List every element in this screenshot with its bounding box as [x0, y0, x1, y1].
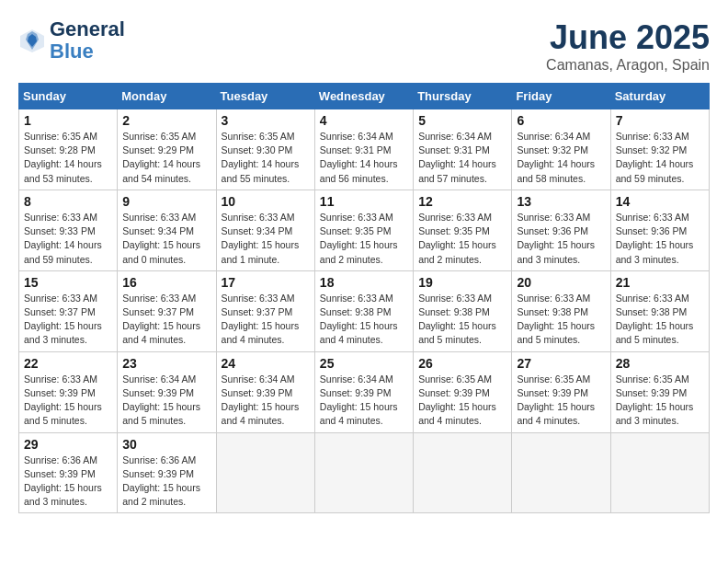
day-info: Sunrise: 6:33 AM Sunset: 9:38 PM Dayligh…: [616, 292, 704, 348]
calendar-cell: 24Sunrise: 6:34 AM Sunset: 9:39 PM Dayli…: [216, 351, 314, 432]
day-number: 6: [517, 113, 605, 128]
day-number: 22: [24, 356, 112, 371]
calendar-cell: 27Sunrise: 6:35 AM Sunset: 9:39 PM Dayli…: [512, 351, 610, 432]
calendar-cell: [610, 432, 709, 513]
calendar-cell: 28Sunrise: 6:35 AM Sunset: 9:39 PM Dayli…: [610, 351, 709, 432]
day-number: 27: [517, 356, 605, 371]
calendar-cell: 16Sunrise: 6:33 AM Sunset: 9:37 PM Dayli…: [118, 270, 216, 351]
calendar-cell: 15Sunrise: 6:33 AM Sunset: 9:37 PM Dayli…: [19, 270, 118, 351]
calendar-week-2: 8Sunrise: 6:33 AM Sunset: 9:33 PM Daylig…: [19, 190, 710, 270]
day-info: Sunrise: 6:36 AM Sunset: 9:39 PM Dayligh…: [24, 454, 112, 510]
day-number: 29: [24, 437, 112, 452]
calendar-cell: 11Sunrise: 6:33 AM Sunset: 9:35 PM Dayli…: [314, 190, 413, 270]
calendar-cell: 13Sunrise: 6:33 AM Sunset: 9:36 PM Dayli…: [512, 190, 610, 270]
calendar-cell: 5Sunrise: 6:34 AM Sunset: 9:31 PM Daylig…: [414, 109, 512, 190]
day-info: Sunrise: 6:33 AM Sunset: 9:37 PM Dayligh…: [24, 292, 112, 348]
calendar-cell: 26Sunrise: 6:35 AM Sunset: 9:39 PM Dayli…: [414, 351, 512, 432]
day-info: Sunrise: 6:33 AM Sunset: 9:35 PM Dayligh…: [320, 211, 408, 267]
calendar-header-row: SundayMondayTuesdayWednesdayThursdayFrid…: [19, 84, 710, 109]
calendar-cell: 30Sunrise: 6:36 AM Sunset: 9:39 PM Dayli…: [118, 432, 216, 513]
calendar-week-4: 22Sunrise: 6:33 AM Sunset: 9:39 PM Dayli…: [19, 351, 710, 432]
day-info: Sunrise: 6:35 AM Sunset: 9:29 PM Dayligh…: [122, 130, 210, 186]
calendar-cell: 21Sunrise: 6:33 AM Sunset: 9:38 PM Dayli…: [610, 270, 709, 351]
day-number: 17: [222, 275, 310, 290]
title-block: June 2025 Camanas, Aragon, Spain: [546, 18, 710, 74]
day-number: 7: [616, 113, 704, 128]
day-number: 8: [24, 194, 112, 209]
calendar-cell: 7Sunrise: 6:33 AM Sunset: 9:32 PM Daylig…: [610, 109, 709, 190]
calendar-cell: 8Sunrise: 6:33 AM Sunset: 9:33 PM Daylig…: [19, 190, 118, 270]
calendar-cell: 29Sunrise: 6:36 AM Sunset: 9:39 PM Dayli…: [19, 432, 118, 513]
calendar-cell: 1Sunrise: 6:35 AM Sunset: 9:28 PM Daylig…: [19, 109, 118, 190]
month-title: June 2025: [546, 18, 710, 57]
day-number: 20: [517, 275, 605, 290]
day-info: Sunrise: 6:34 AM Sunset: 9:39 PM Dayligh…: [320, 373, 408, 429]
day-number: 19: [418, 275, 506, 290]
day-number: 14: [616, 194, 704, 209]
calendar-cell: 22Sunrise: 6:33 AM Sunset: 9:39 PM Dayli…: [19, 351, 118, 432]
calendar-cell: 17Sunrise: 6:33 AM Sunset: 9:37 PM Dayli…: [216, 270, 314, 351]
day-number: 23: [122, 356, 210, 371]
day-info: Sunrise: 6:35 AM Sunset: 9:30 PM Dayligh…: [222, 130, 310, 186]
calendar-cell: 18Sunrise: 6:33 AM Sunset: 9:38 PM Dayli…: [314, 270, 413, 351]
calendar-cell: 4Sunrise: 6:34 AM Sunset: 9:31 PM Daylig…: [314, 109, 413, 190]
calendar-table: SundayMondayTuesdayWednesdayThursdayFrid…: [18, 83, 710, 513]
day-number: 25: [320, 356, 408, 371]
calendar-cell: 9Sunrise: 6:33 AM Sunset: 9:34 PM Daylig…: [118, 190, 216, 270]
day-info: Sunrise: 6:33 AM Sunset: 9:36 PM Dayligh…: [616, 211, 704, 267]
calendar-cell: [512, 432, 610, 513]
calendar-cell: [314, 432, 413, 513]
day-number: 28: [616, 356, 704, 371]
day-info: Sunrise: 6:33 AM Sunset: 9:36 PM Dayligh…: [517, 211, 605, 267]
day-info: Sunrise: 6:35 AM Sunset: 9:39 PM Dayligh…: [616, 373, 704, 429]
day-info: Sunrise: 6:34 AM Sunset: 9:39 PM Dayligh…: [122, 373, 210, 429]
column-header-monday: Monday: [118, 84, 216, 109]
day-info: Sunrise: 6:35 AM Sunset: 9:39 PM Dayligh…: [418, 373, 506, 429]
day-info: Sunrise: 6:34 AM Sunset: 9:32 PM Dayligh…: [517, 130, 605, 186]
day-number: 5: [418, 113, 506, 128]
calendar-cell: 10Sunrise: 6:33 AM Sunset: 9:34 PM Dayli…: [216, 190, 314, 270]
calendar-cell: 6Sunrise: 6:34 AM Sunset: 9:32 PM Daylig…: [512, 109, 610, 190]
calendar-cell: 14Sunrise: 6:33 AM Sunset: 9:36 PM Dayli…: [610, 190, 709, 270]
column-header-friday: Friday: [512, 84, 610, 109]
calendar-cell: 23Sunrise: 6:34 AM Sunset: 9:39 PM Dayli…: [118, 351, 216, 432]
day-number: 11: [320, 194, 408, 209]
page-header: General Blue June 2025 Camanas, Aragon, …: [18, 18, 710, 74]
calendar-week-3: 15Sunrise: 6:33 AM Sunset: 9:37 PM Dayli…: [19, 270, 710, 351]
day-info: Sunrise: 6:33 AM Sunset: 9:37 PM Dayligh…: [122, 292, 210, 348]
column-header-wednesday: Wednesday: [314, 84, 413, 109]
day-number: 4: [320, 113, 408, 128]
logo-line1: General: [50, 18, 125, 40]
day-number: 12: [418, 194, 506, 209]
calendar-cell: [414, 432, 512, 513]
day-number: 30: [122, 437, 210, 452]
day-info: Sunrise: 6:34 AM Sunset: 9:31 PM Dayligh…: [320, 130, 408, 186]
day-number: 18: [320, 275, 408, 290]
column-header-saturday: Saturday: [610, 84, 709, 109]
day-info: Sunrise: 6:33 AM Sunset: 9:35 PM Dayligh…: [418, 211, 506, 267]
logo: General Blue: [18, 18, 125, 63]
day-info: Sunrise: 6:33 AM Sunset: 9:39 PM Dayligh…: [24, 373, 112, 429]
calendar-cell: 2Sunrise: 6:35 AM Sunset: 9:29 PM Daylig…: [118, 109, 216, 190]
day-number: 13: [517, 194, 605, 209]
day-info: Sunrise: 6:33 AM Sunset: 9:34 PM Dayligh…: [122, 211, 210, 267]
logo-icon: [18, 27, 46, 54]
day-info: Sunrise: 6:35 AM Sunset: 9:28 PM Dayligh…: [24, 130, 112, 186]
day-number: 26: [418, 356, 506, 371]
day-info: Sunrise: 6:33 AM Sunset: 9:32 PM Dayligh…: [616, 130, 704, 186]
calendar-cell: [216, 432, 314, 513]
calendar-week-1: 1Sunrise: 6:35 AM Sunset: 9:28 PM Daylig…: [19, 109, 710, 190]
day-number: 21: [616, 275, 704, 290]
day-info: Sunrise: 6:33 AM Sunset: 9:38 PM Dayligh…: [418, 292, 506, 348]
day-info: Sunrise: 6:34 AM Sunset: 9:39 PM Dayligh…: [222, 373, 310, 429]
column-header-sunday: Sunday: [19, 84, 118, 109]
location-subtitle: Camanas, Aragon, Spain: [546, 57, 710, 74]
calendar-cell: 20Sunrise: 6:33 AM Sunset: 9:38 PM Dayli…: [512, 270, 610, 351]
day-number: 16: [122, 275, 210, 290]
calendar-cell: 25Sunrise: 6:34 AM Sunset: 9:39 PM Dayli…: [314, 351, 413, 432]
calendar-cell: 19Sunrise: 6:33 AM Sunset: 9:38 PM Dayli…: [414, 270, 512, 351]
day-info: Sunrise: 6:33 AM Sunset: 9:37 PM Dayligh…: [222, 292, 310, 348]
column-header-thursday: Thursday: [414, 84, 512, 109]
day-info: Sunrise: 6:35 AM Sunset: 9:39 PM Dayligh…: [517, 373, 605, 429]
day-number: 10: [222, 194, 310, 209]
